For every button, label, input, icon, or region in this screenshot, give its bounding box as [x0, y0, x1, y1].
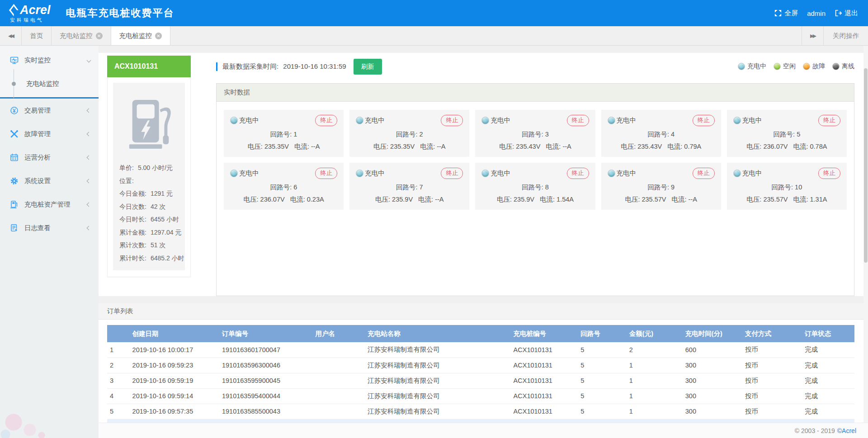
tab-pile-monitor[interactable]: 充电桩监控 ✕: [111, 26, 171, 45]
tab-close-icon[interactable]: ✕: [96, 33, 103, 39]
cell-pile: ACX1010131: [511, 373, 578, 388]
order-row: 5 2019-10-16 09:57:35 1910163585500043 江…: [107, 404, 854, 419]
user-menu[interactable]: admin: [807, 9, 826, 17]
stat-label: 累计时长:: [119, 254, 146, 263]
voltage-value: 235.57V: [642, 196, 666, 203]
refresh-button[interactable]: 刷新: [354, 59, 382, 75]
terminate-button[interactable]: 终止: [441, 168, 463, 179]
terminate-button[interactable]: 终止: [315, 115, 337, 126]
cell-circuit: 5: [578, 342, 626, 358]
circuit-status-label: 充电中: [617, 116, 637, 125]
legend-label: 故障: [812, 62, 825, 71]
fullscreen-button[interactable]: 全屏: [774, 9, 798, 18]
voltage-value: 235.35V: [264, 143, 289, 150]
circuit-card: 充电中 终止 回路号: 10 电压:: [727, 163, 847, 210]
current-label: 电流:: [793, 143, 808, 150]
cell-circuit: 5: [578, 373, 626, 388]
station-stat-line: 今日次数: 42 次: [119, 203, 179, 211]
tab-label: 充电站监控: [60, 32, 93, 40]
charging-status-icon: [733, 170, 741, 177]
tab-station-monitor[interactable]: 充电站监控 ✕: [52, 26, 111, 45]
terminate-button[interactable]: 终止: [818, 168, 840, 179]
station-stat-line: 位置:: [119, 177, 179, 185]
sidebar-subitem-station-monitor[interactable]: 充电站监控: [0, 72, 99, 95]
charging-status-icon: [608, 117, 615, 124]
cell-order-no: 1910163595400044: [219, 388, 313, 404]
cell-pay: 投币: [742, 373, 802, 388]
voltage-label: 电压:: [625, 196, 640, 203]
fullscreen-label: 全屏: [784, 9, 798, 18]
footer-brand-link[interactable]: ©Acrel: [837, 427, 856, 434]
terminate-button[interactable]: 终止: [693, 168, 715, 179]
realtime-panel-title: 实时数据: [217, 84, 854, 102]
terminate-button[interactable]: 终止: [315, 168, 337, 179]
circuit-status-label: 充电中: [617, 169, 637, 178]
station-stat-line: 累计时长: 6485.2 小时: [119, 254, 179, 263]
tab-home[interactable]: 首页: [22, 26, 52, 45]
scrollbar-thumb[interactable]: [864, 68, 868, 263]
sidebar-item-system-settings[interactable]: 系统设置: [0, 169, 99, 193]
col-index: [107, 325, 130, 342]
current-value: 0.78A: [810, 143, 827, 150]
circuit-no-value: 9: [671, 184, 675, 191]
cell-order-no: 1910163596300046: [219, 358, 313, 373]
terminate-button[interactable]: 终止: [567, 168, 589, 179]
sidebar-item-realtime-monitor[interactable]: 实时监控: [0, 48, 99, 72]
cell-order-no: 1910163601700047: [219, 342, 313, 358]
circuit-grid: 充电中 终止 回路号: 1 电压:: [224, 110, 847, 210]
cell-pay: 投币: [742, 404, 802, 419]
circuit-no-value: 1: [293, 131, 297, 138]
close-operations-button[interactable]: 关闭操作: [823, 26, 868, 45]
cell-circuit: 5: [578, 358, 626, 373]
tabs-scroll-left-icon[interactable]: ◀◀: [0, 26, 22, 45]
chevron-left-icon: [87, 226, 91, 230]
circuit-no-label: 回路号:: [522, 184, 543, 191]
station-stat-line: 今日时长: 6455 小时: [119, 216, 179, 224]
charging-pile-icon: [10, 200, 19, 209]
chevron-left-icon: [87, 132, 91, 136]
current-value: --A: [435, 196, 443, 203]
sidebar-item-logs[interactable]: 日志查看: [0, 216, 99, 240]
chevron-down-icon: [87, 58, 91, 62]
station-stat-line: 今日金额: 1291 元: [119, 190, 179, 198]
cell-pile: ACX1010131: [511, 342, 578, 358]
col-circuit-no: 回路号: [578, 325, 626, 342]
cell-date: 2019-10-16 09:59:23: [130, 358, 219, 373]
tab-close-icon[interactable]: ✕: [155, 33, 162, 39]
cell-station: 江苏安科瑞制造有限公司: [365, 342, 510, 358]
sidebar-item-faults[interactable]: 故障管理: [0, 122, 99, 146]
voltage-label: 电压:: [746, 143, 761, 150]
legend-idle: 空闲: [774, 62, 796, 71]
logout-label: 退出: [844, 9, 858, 18]
col-station-name: 充电站名称: [365, 325, 510, 342]
circuit-card: 充电中 终止 回路号: 4 电压:: [601, 110, 721, 157]
current-value: 1.31A: [810, 196, 827, 203]
transaction-icon: [10, 106, 19, 115]
page-footer: © 2003 - 2019 ©Acrel: [99, 423, 868, 438]
circuit-card: 充电中 终止 回路号: 5 电压:: [727, 110, 847, 157]
charging-status-icon: [738, 63, 745, 70]
cell-pay: 投币: [742, 342, 802, 358]
station-id-header: ACX1010131: [107, 56, 191, 77]
idle-status-icon: [774, 63, 781, 70]
terminate-button[interactable]: 终止: [818, 115, 840, 126]
sidebar-item-transactions[interactable]: 交易管理: [0, 99, 99, 122]
tabs-scroll-right-icon[interactable]: ▶▶: [802, 26, 823, 45]
terminate-button[interactable]: 终止: [693, 115, 715, 126]
logout-button[interactable]: 退出: [835, 9, 858, 18]
collect-time-value: 2019-10-16 10:31:59: [283, 62, 346, 70]
orders-section: 订单列表 创建日期 订单编号 用户名 充电站名称: [99, 303, 868, 423]
col-pile-no: 充电桩编号: [511, 325, 578, 342]
sidebar-item-operations-analysis[interactable]: 运营分析: [0, 146, 99, 169]
terminate-button[interactable]: 终止: [441, 115, 463, 126]
circuit-no-label: 回路号:: [772, 184, 793, 191]
cell-index: 1: [107, 342, 130, 358]
col-order-status: 订单状态: [802, 325, 854, 342]
cell-amount: 1: [627, 373, 683, 388]
sidebar-item-pile-assets[interactable]: 充电桩资产管理: [0, 193, 99, 216]
terminate-button[interactable]: 终止: [567, 115, 589, 126]
cell-amount: 1: [627, 358, 683, 373]
circuit-no-value: 4: [671, 131, 675, 138]
voltage-label: 电压:: [621, 143, 636, 150]
stat-label: 今日金额:: [119, 190, 146, 198]
